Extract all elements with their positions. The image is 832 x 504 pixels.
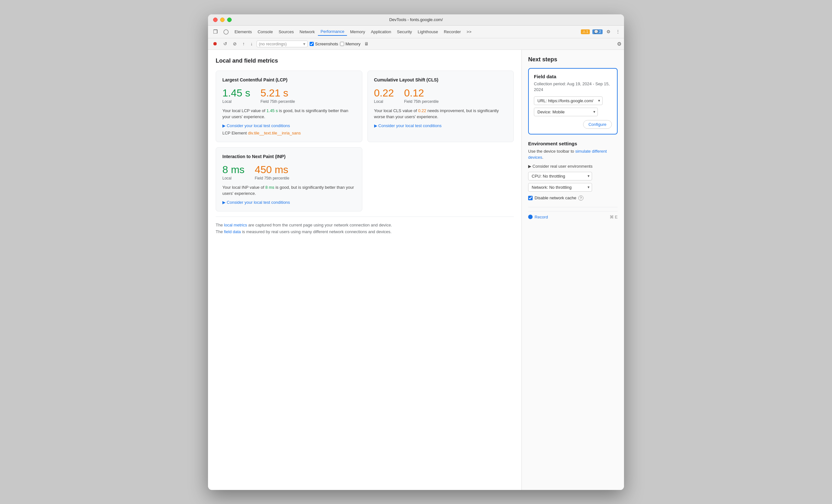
- download-button[interactable]: ↓: [249, 40, 255, 47]
- inp-local-group: 8 ms Local: [223, 164, 244, 181]
- tab-inspector-icon[interactable]: ❐: [211, 27, 220, 36]
- cls-local-label: Local: [374, 99, 394, 104]
- upload-button[interactable]: ↑: [241, 40, 246, 47]
- footer-text: The local metrics are captured from the …: [216, 216, 514, 235]
- screenshots-checkbox[interactable]: [310, 42, 314, 46]
- lcp-highlight: 1.45 s: [266, 108, 278, 113]
- field-data-link[interactable]: field data: [224, 229, 241, 234]
- record-button[interactable]: Record: [528, 215, 548, 219]
- refresh-button[interactable]: ↺: [222, 40, 229, 47]
- window-title: DevTools - fonts.google.com/: [389, 17, 443, 22]
- tab-application[interactable]: Application: [368, 28, 394, 35]
- memory-checkbox[interactable]: [340, 42, 344, 46]
- info-count: 2: [599, 30, 601, 33]
- cls-description: Your local CLS value of 0.22 needs impro…: [374, 108, 508, 120]
- simulate-devices-link[interactable]: simulate different devices: [528, 149, 607, 160]
- network-dropdown[interactable]: Network: No throttling: [528, 183, 592, 192]
- device-dropdown-row: Device: Mobile: [534, 108, 612, 116]
- clear-button[interactable]: ⊘: [231, 40, 239, 47]
- tab-memory[interactable]: Memory: [348, 28, 368, 35]
- maximize-button[interactable]: [227, 18, 232, 22]
- cpu-dropdown-row: CPU: No throttling: [528, 172, 618, 181]
- lcp-card: Largest Contentful Paint (LCP) 1.45 s Lo…: [216, 71, 362, 142]
- cls-expand-link[interactable]: ▶ Consider your local test conditions: [374, 123, 508, 128]
- tab-security[interactable]: Security: [394, 28, 414, 35]
- tab-performance[interactable]: Performance: [318, 28, 347, 36]
- recording-placeholder: (no recordings): [259, 42, 287, 46]
- tab-network[interactable]: Network: [297, 28, 318, 35]
- network-dropdown-row: Network: No throttling: [528, 183, 618, 192]
- tab-console[interactable]: Console: [255, 28, 276, 35]
- environment-section: Environment settings Use the device tool…: [528, 141, 618, 201]
- lcp-description: Your local LCP value of 1.45 s is good, …: [223, 108, 356, 120]
- lcp-expand-link[interactable]: ▶ Consider your local test conditions: [223, 123, 356, 128]
- cls-field-group: 0.12 Field 75th percentile: [404, 87, 439, 104]
- warning-icon: ⚠: [582, 30, 586, 34]
- tab-overflow[interactable]: >>: [464, 28, 474, 35]
- env-title: Environment settings: [528, 141, 618, 146]
- footer-line1: The local metrics are captured from the …: [216, 222, 392, 228]
- cls-field-value: 0.12: [404, 87, 439, 99]
- tab-sources[interactable]: Sources: [276, 28, 296, 35]
- lcp-field-label: Field 75th percentile: [260, 99, 295, 104]
- cpu-throttle-icon[interactable]: 🖥: [362, 40, 371, 47]
- settings-button[interactable]: ⚙: [605, 28, 612, 35]
- memory-label[interactable]: Memory: [345, 42, 360, 46]
- tab-device-icon[interactable]: ◯: [221, 27, 231, 36]
- consider-env-expand[interactable]: ▶ Consider real user environments: [528, 164, 618, 169]
- cls-local-value: 0.22: [374, 87, 394, 99]
- warning-badge[interactable]: ⚠ 1: [581, 29, 590, 34]
- recording-select[interactable]: (no recordings) ▾: [257, 41, 308, 47]
- disable-cache-checkbox[interactable]: [528, 196, 532, 200]
- footer-line2: The field data is measured by real users…: [216, 229, 391, 234]
- cls-field-label: Field 75th percentile: [404, 99, 439, 104]
- inp-title: Interaction to Next Paint (INP): [223, 154, 356, 159]
- env-description: Use the device toolbar to simulate diffe…: [528, 148, 618, 161]
- device-dropdown-wrapper: Device: Mobile: [534, 108, 598, 116]
- inp-card: Interaction to Next Paint (INP) 8 ms Loc…: [216, 147, 362, 211]
- titlebar: DevTools - fonts.google.com/: [208, 15, 624, 26]
- devtools-window: DevTools - fonts.google.com/ ❐ ◯ Element…: [208, 15, 624, 490]
- local-metrics-link[interactable]: local metrics: [224, 222, 247, 228]
- lcp-element-link[interactable]: div.tile__text.tile__inria_sans: [248, 131, 301, 135]
- controls-settings-button[interactable]: ⚙: [617, 41, 621, 47]
- close-button[interactable]: [213, 18, 217, 22]
- warning-count: 1: [586, 30, 588, 33]
- record-shortcut: ⌘ E: [609, 215, 618, 219]
- disable-cache-label: Disable network cache: [535, 195, 576, 200]
- cpu-dropdown[interactable]: CPU: No throttling: [528, 172, 592, 181]
- recording-dropdown-arrow: ▾: [303, 42, 306, 46]
- cls-local-group: 0.22 Local: [374, 87, 394, 104]
- info-badge[interactable]: 💬 2: [592, 29, 603, 34]
- tab-lighthouse[interactable]: Lighthouse: [415, 28, 441, 35]
- inp-description: Your local INP value of 8 ms is good, bu…: [223, 184, 356, 197]
- minimize-button[interactable]: [220, 18, 225, 22]
- cpu-dropdown-wrapper: CPU: No throttling: [528, 172, 592, 181]
- inp-local-value: 8 ms: [223, 164, 244, 175]
- inp-expand-link[interactable]: ▶ Consider your local test conditions: [223, 200, 356, 205]
- lcp-values: 1.45 s Local 5.21 s Field 75th percentil…: [223, 87, 356, 104]
- lcp-title: Largest Contentful Paint (LCP): [223, 77, 356, 82]
- section-title: Local and field metrics: [216, 57, 514, 64]
- screenshots-checkbox-group: Screenshots: [310, 42, 338, 46]
- chat-icon: 💬: [594, 30, 598, 34]
- divider: [528, 207, 618, 207]
- more-options-button[interactable]: ⋮: [615, 28, 621, 35]
- record-dot-button[interactable]: ⏺: [211, 40, 219, 48]
- inp-field-group: 450 ms Field 75th percentile: [255, 164, 289, 181]
- url-dropdown[interactable]: URL: https://fonts.google.com/: [534, 97, 603, 105]
- configure-button[interactable]: Configure: [583, 120, 612, 129]
- tab-elements[interactable]: Elements: [232, 28, 254, 35]
- right-panel: Next steps Field data Collection period:…: [522, 50, 624, 490]
- tab-recorder[interactable]: Recorder: [441, 28, 463, 35]
- next-steps-title: Next steps: [528, 56, 618, 63]
- url-dropdown-row: URL: https://fonts.google.com/: [534, 97, 612, 105]
- lcp-field-value: 5.21 s: [260, 87, 295, 99]
- network-dropdown-wrapper: Network: No throttling: [528, 183, 592, 192]
- screenshots-label[interactable]: Screenshots: [315, 42, 338, 46]
- disable-cache-row: Disable network cache ?: [528, 195, 618, 201]
- inp-local-label: Local: [223, 176, 244, 181]
- field-data-title: Field data: [534, 74, 612, 79]
- device-dropdown[interactable]: Device: Mobile: [534, 108, 598, 116]
- help-icon[interactable]: ?: [578, 195, 583, 201]
